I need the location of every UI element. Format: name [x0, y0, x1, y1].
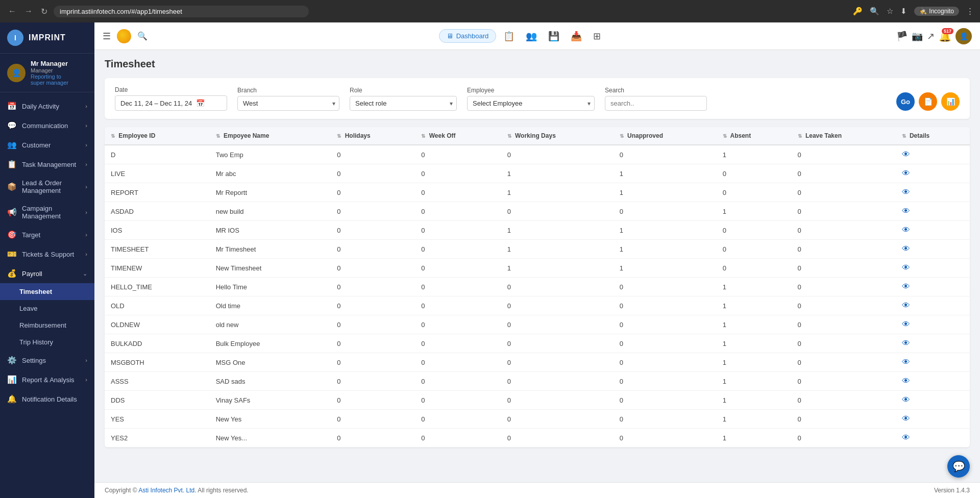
cell-working-days: 0	[501, 315, 614, 334]
flag-icon: 🏴	[896, 31, 908, 42]
notification-badge: 517	[942, 28, 953, 34]
cell-details: 👁	[896, 202, 970, 221]
browser-icons: 🔑 🔍 ☆ ⬇ 🕵 Incognito ⋮	[853, 7, 974, 16]
view-details-button[interactable]: 👁	[902, 395, 910, 405]
dashboard-icon: 🖥	[447, 32, 453, 40]
sidebar-item-reimbursement[interactable]: Reimbursement	[0, 317, 94, 334]
header-users-button[interactable]: 👥	[522, 29, 541, 44]
view-details-button[interactable]: 👁	[902, 207, 910, 216]
cell-week-off: 0	[415, 429, 501, 447]
arrow-icon[interactable]: ↗	[927, 31, 935, 42]
sidebar-item-payroll[interactable]: 💰 Payroll ⌄	[0, 264, 94, 283]
incognito-icon: 🕵	[919, 8, 927, 15]
sidebar-item-timesheet[interactable]: Timesheet	[0, 283, 94, 300]
sidebar-item-notification-details[interactable]: 🔔 Notification Details	[0, 389, 94, 409]
cell-working-days: 1	[501, 183, 614, 202]
view-details-button[interactable]: 👁	[902, 169, 910, 178]
sort-icon: ⇅	[798, 133, 802, 139]
chat-fab-button[interactable]: 💬	[947, 455, 970, 478]
sort-icon: ⇅	[337, 133, 341, 139]
view-details-button[interactable]: 👁	[902, 244, 910, 254]
export-excel-button[interactable]: 📊	[941, 92, 960, 111]
header-save-button[interactable]: 💾	[544, 29, 564, 44]
filter-card: Date Dec 11, 24 – Dec 11, 24 📅 Branch We…	[105, 78, 970, 119]
branch-select[interactable]: West	[237, 96, 339, 111]
cell-holidays: 0	[331, 278, 415, 296]
col-emp-id: ⇅ Employee ID	[105, 127, 210, 145]
cell-emp-id: TIMESHEET	[105, 240, 210, 259]
sidebar-item-customer[interactable]: 👥 Customer ›	[0, 135, 94, 155]
header-inbox-button[interactable]: 📥	[567, 29, 586, 44]
export-pdf-button[interactable]: 📄	[919, 92, 937, 111]
page-title: Timesheet	[105, 58, 970, 70]
view-details-button[interactable]: 👁	[902, 433, 910, 442]
menu-icon[interactable]: ☰	[103, 31, 111, 42]
cell-holidays: 0	[331, 410, 415, 429]
sidebar-item-report-analysis[interactable]: 📊 Report & Analysis ›	[0, 370, 94, 389]
cell-week-off: 0	[415, 145, 501, 164]
go-button[interactable]: Go	[896, 92, 915, 111]
sidebar-item-settings[interactable]: ⚙️ Settings ›	[0, 351, 94, 370]
date-value: Dec 11, 24 – Dec 11, 24	[120, 99, 192, 107]
view-details-button[interactable]: 👁	[902, 414, 910, 424]
view-details-button[interactable]: 👁	[902, 150, 910, 159]
refresh-button[interactable]: ↻	[39, 5, 50, 18]
employee-label: Employee	[467, 87, 595, 94]
sidebar: I IMPRINT 👤 Mr Manager Manager Reporting…	[0, 22, 94, 498]
cell-holidays: 0	[331, 259, 415, 278]
dashboard-button[interactable]: 🖥 Dashboard	[439, 29, 497, 43]
chevron-right-icon: ›	[85, 184, 87, 190]
sidebar-item-leave[interactable]: Leave	[0, 300, 94, 317]
search-input[interactable]	[605, 96, 707, 111]
view-details-button[interactable]: 👁	[902, 282, 910, 291]
view-details-button[interactable]: 👁	[902, 358, 910, 367]
footer-company-link[interactable]: Asti Infotech Pvt. Ltd.	[138, 487, 196, 494]
header-avatar[interactable]: 👤	[955, 28, 972, 44]
header-notes-button[interactable]: 📋	[499, 29, 519, 44]
cell-leave-taken: 0	[792, 429, 896, 447]
sidebar-item-target[interactable]: 🎯 Target ›	[0, 225, 94, 244]
view-details-button[interactable]: 👁	[902, 339, 910, 348]
logo-text: IMPRINT	[29, 33, 66, 42]
cell-absent: 1	[717, 353, 792, 372]
view-details-button[interactable]: 👁	[902, 377, 910, 386]
employee-select[interactable]: Select Employee	[467, 96, 595, 111]
role-select[interactable]: Select role	[350, 96, 457, 111]
view-details-button[interactable]: 👁	[902, 301, 910, 310]
view-details-button[interactable]: 👁	[902, 320, 910, 329]
header-center: 🖥 Dashboard 📋 👥 💾 📥 ⊞	[154, 29, 890, 44]
filter-actions: Go 📄 📊	[896, 92, 960, 111]
header-grid-button[interactable]: ⊞	[589, 29, 605, 44]
sidebar-logo: I IMPRINT	[0, 22, 94, 54]
chevron-down-icon: ⌄	[83, 270, 87, 277]
header-search-icon[interactable]: 🔍	[137, 31, 148, 41]
sidebar-item-lead-order[interactable]: 📦 Lead & Order Management ›	[0, 174, 94, 200]
sidebar-item-tickets[interactable]: 🎫 Tickets & Support ›	[0, 244, 94, 264]
cell-details: 👁	[896, 429, 970, 447]
cell-working-days: 0	[501, 334, 614, 353]
sidebar-item-communication[interactable]: 💬 Communication ›	[0, 116, 94, 135]
forward-button[interactable]: →	[22, 5, 35, 18]
back-button[interactable]: ←	[6, 5, 18, 18]
camera-icon[interactable]: 📷	[912, 31, 923, 42]
cell-week-off: 0	[415, 391, 501, 410]
view-details-button[interactable]: 👁	[902, 263, 910, 272]
employee-filter-group: Employee Select Employee	[467, 87, 595, 111]
cell-emp-name: new build	[210, 202, 331, 221]
view-details-button[interactable]: 👁	[902, 188, 910, 197]
cell-unapproved: 0	[614, 296, 717, 315]
cell-absent: 1	[717, 145, 792, 164]
cell-absent: 0	[717, 240, 792, 259]
cell-working-days: 0	[501, 278, 614, 296]
date-input[interactable]: Dec 11, 24 – Dec 11, 24 📅	[115, 95, 227, 111]
sidebar-item-daily-activity[interactable]: 📅 Daily Activity ›	[0, 96, 94, 116]
sidebar-item-task-management[interactable]: 📋 Task Management ›	[0, 155, 94, 174]
sidebar-item-trip-history[interactable]: Trip History	[0, 334, 94, 351]
timesheet-table: ⇅ Employee ID ⇅ Empoyee Name ⇅ Holidays	[105, 127, 970, 447]
menu-dots-icon[interactable]: ⋮	[966, 7, 974, 16]
cell-leave-taken: 0	[792, 278, 896, 296]
view-details-button[interactable]: 👁	[902, 226, 910, 235]
sidebar-item-campaign[interactable]: 📢 Campaign Management ›	[0, 200, 94, 225]
url-bar[interactable]	[54, 6, 309, 17]
cell-working-days: 1	[501, 240, 614, 259]
